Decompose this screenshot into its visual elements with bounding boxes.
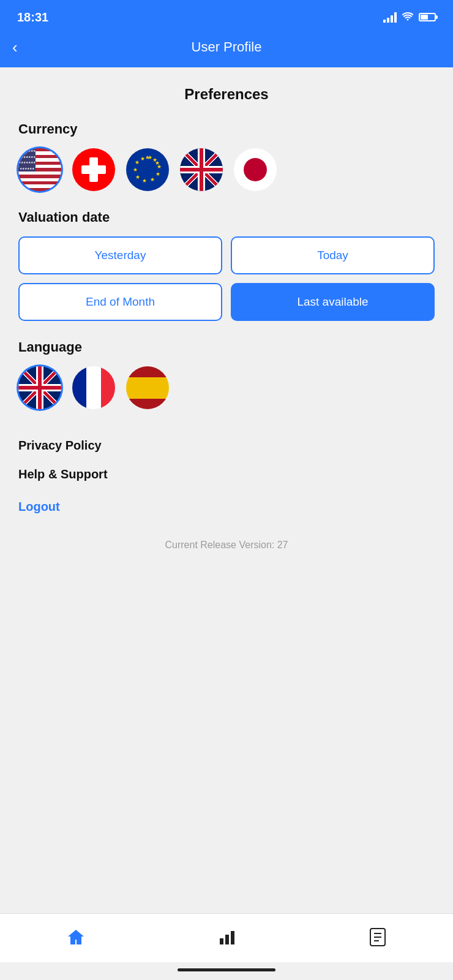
logout-link[interactable]: Logout <box>18 492 435 521</box>
currency-flags: ★★★ ★★★ ★★★ ★★★ ★★★ ★★★ ★★★ ★★★ ★★★ ★ ★ … <box>18 148 435 191</box>
currency-ch[interactable] <box>72 148 115 191</box>
back-button[interactable]: ‹ <box>12 39 18 55</box>
language-flags <box>18 366 435 409</box>
status-bar: 18:31 <box>0 0 453 32</box>
preferences-title: Preferences <box>18 86 435 103</box>
home-icon <box>66 927 86 951</box>
status-icons <box>383 11 436 24</box>
valuation-date-label: Valuation date <box>18 209 435 225</box>
valuation-last-available[interactable]: Last available <box>231 283 435 321</box>
valuation-end-of-month[interactable]: End of Month <box>18 283 222 321</box>
document-icon <box>369 927 387 951</box>
page-title: User Profile <box>192 39 262 55</box>
home-bar <box>178 968 275 971</box>
chart-icon <box>217 927 237 951</box>
nav-home[interactable] <box>66 927 86 951</box>
valuation-date-grid: Yesterday Today End of Month Last availa… <box>18 236 435 321</box>
currency-jp[interactable] <box>234 148 277 191</box>
language-label: Language <box>18 339 435 355</box>
valuation-yesterday[interactable]: Yesterday <box>18 236 222 274</box>
status-time: 18:31 <box>17 10 48 24</box>
content: Preferences Currency ★★★ ★★★ ★★★ ★★★ ★★★… <box>0 67 453 738</box>
svg-rect-2 <box>231 931 234 944</box>
help-support-link[interactable]: Help & Support <box>18 460 435 489</box>
language-es[interactable] <box>126 366 169 409</box>
svg-rect-1 <box>225 935 229 944</box>
nav-chart[interactable] <box>217 927 237 951</box>
nav-document[interactable] <box>369 927 387 951</box>
home-indicator <box>0 962 453 980</box>
currency-uk[interactable] <box>180 148 223 191</box>
wifi-icon <box>402 11 414 24</box>
header: ‹ User Profile <box>0 32 453 67</box>
currency-label: Currency <box>18 121 435 137</box>
svg-rect-0 <box>220 938 223 944</box>
valuation-today[interactable]: Today <box>231 236 435 274</box>
signal-icon <box>383 12 397 23</box>
currency-us[interactable]: ★★★ ★★★ ★★★ ★★★ ★★★ ★★★ ★★★ ★★★ ★★★ <box>18 148 61 191</box>
language-fr[interactable] <box>72 366 115 409</box>
currency-eu[interactable]: ★ ★ ★ ★ ★ ★ ★ ★ ★ ★ ★ ★ <box>126 148 169 191</box>
privacy-policy-link[interactable]: Privacy Policy <box>18 431 435 460</box>
version-text: Current Release Version: 27 <box>18 540 435 551</box>
battery-icon <box>419 13 436 21</box>
bottom-nav <box>0 913 453 962</box>
language-uk[interactable] <box>18 366 61 409</box>
